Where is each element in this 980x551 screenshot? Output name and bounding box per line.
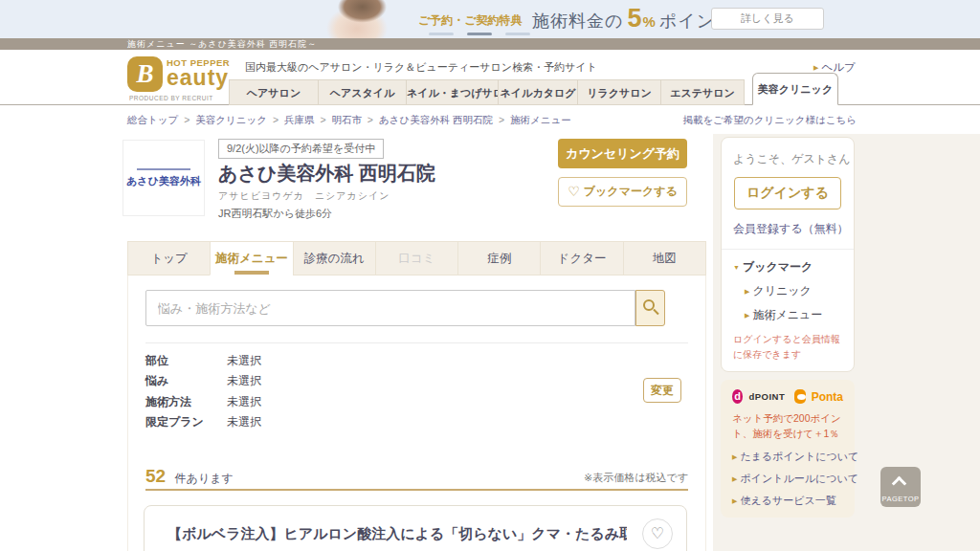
action-buttons: カウンセリング予約 ♡ブックマークする [558,139,687,207]
promo-percent-sign: % [642,13,655,30]
heart-icon: ♡ [651,525,664,541]
banner-detail-button[interactable]: 詳しく見る [711,8,824,30]
sidebar: ようこそ、ゲストさん ログインする 会員登録する（無料） ▼ブックマーク ▶クリ… [721,137,855,518]
nav-tab-nail-salon[interactable]: ネイル・まつげサロン [406,79,499,105]
clinic-page-tabs: トップ 施術メニュー 診療の流れ 口コミ 症例 ドクター 地図 [127,241,706,276]
filter-row-concern: 悩み 未選択 [145,373,261,389]
points-link-label: たまるポイントについて [740,451,858,462]
active-tab-marker [234,271,269,275]
promo-text-before: 施術料金の [532,10,623,33]
points-link-label: ポイントルールについて [740,473,858,484]
carousel-dot[interactable] [429,33,454,35]
breadcrumb-item-hyogo[interactable]: 兵庫県 [284,114,315,125]
nav-tab-hair-style[interactable]: ヘアスタイル [318,79,407,105]
points-link-rules[interactable]: ▶ポイントルールについて [732,472,843,486]
bookmark-item-label: 施術メニュー [752,308,822,321]
favorite-heart-button[interactable]: ♡ [642,518,673,549]
page-title-bar-text: 施術メニュー ～あさひ美容外科 西明石院～ [127,38,980,50]
carousel-dot[interactable] [505,33,530,35]
banner-model-image [304,0,410,38]
breadcrumb: 総合トップ > 美容クリニック > 兵庫県 > 明石市 > あさひ美容外科 西明… [127,114,571,127]
login-button[interactable]: ログインする [734,177,841,209]
bookmark-item-label: クリニック [752,284,811,298]
page-title-bar: 施術メニュー ～あさひ美容外科 西明石院～ [0,38,980,50]
dpoint-label: dPOINT [748,391,785,402]
filter-label: 部位 [145,353,224,369]
availability-badge: 9/2(火)以降の予約希望を受付中 [218,139,384,159]
counseling-reserve-button[interactable]: カウンセリング予約 [558,139,687,168]
clinic-logo-decoration [137,168,190,170]
clinic-name-kana: アサヒビヨウゲカ ニシアカシイン [218,189,390,203]
site-header: B HOT PEPPER eauty PRODUCED BY RECRUIT 国… [0,50,980,105]
treatment-menu-title: 【ボルベラ注入】ヒアルロン酸注入による「切らない」クマ・たるみ取り [167,525,627,543]
points-link-services[interactable]: ▶使えるサービス一覧 [732,494,843,508]
service-nav-tabs: ヘアサロン ヘアスタイル ネイル・まつげサロン ネイルカタログ リラクサロン エ… [230,73,838,105]
bookmark-item-clinic[interactable]: ▶クリニック [745,283,842,299]
arrow-right-icon: ▶ [745,288,749,295]
tab-doctor[interactable]: ドクター [540,241,623,276]
nav-tab-nail-catalog[interactable]: ネイルカタログ [498,79,578,105]
login-card: ようこそ、ゲストさん ログインする 会員登録する（無料） ▼ブックマーク ▶クリ… [721,137,855,372]
ponta-icon [794,389,805,404]
filter-change-button[interactable]: 変更 [643,378,681,403]
results-count-row: 52 件あります [145,466,234,487]
arrow-down-icon: ▼ [733,264,740,271]
arrow-right-icon: ▶ [732,497,737,504]
clinic-access-info: JR西明石駅から徒歩6分 [218,207,332,221]
clinic-logo-image: あさひ美容外科 [122,140,205,216]
tab-treatment-flow[interactable]: 診療の流れ [293,241,376,276]
points-link-label: 使えるサービス一覧 [740,495,835,506]
logo-produced-by: PRODUCED BY RECRUIT [129,95,213,101]
search-input[interactable] [145,290,635,326]
filter-label: 限定プラン [145,414,224,430]
breadcrumb-separator: > [273,114,278,125]
breadcrumb-row: 総合トップ > 美容クリニック > 兵庫県 > 明石市 > あさひ美容外科 西明… [0,105,980,134]
filter-value: 未選択 [227,374,261,387]
bookmark-item-menu[interactable]: ▶施術メニュー [745,307,842,323]
points-card: d dPOINT Ponta ネット予約で200ポイント、施術を受けて＋1％ ▶… [721,380,855,518]
bookmark-button-label: ブックマークする [584,185,678,198]
tab-top[interactable]: トップ [127,241,211,276]
points-link-earn[interactable]: ▶たまるポイントについて [732,450,843,464]
gold-divider [145,489,688,491]
page-top-button[interactable]: PAGETOP [880,467,921,507]
tab-cases[interactable]: 症例 [457,241,541,276]
breadcrumb-item-top[interactable]: 総合トップ [127,114,178,125]
nav-tab-hair-salon[interactable]: ヘアサロン [229,79,319,105]
arrow-right-icon: ▶ [745,312,749,319]
banner-carousel-dots[interactable] [429,33,530,35]
tab-treatment-menu-label: 施術メニュー [215,252,288,265]
arrow-right-icon: ▶ [732,475,737,482]
page: ご予約・ご契約特典 施術料金の 5 % ポイント還元 詳しく見る 施術メニュー … [0,0,980,551]
page-top-label: PAGETOP [880,495,921,503]
promo-banner[interactable]: ご予約・ご契約特典 施術料金の 5 % ポイント還元 詳しく見る [0,0,980,38]
carousel-dot-active[interactable] [467,33,492,35]
promo-percent-value: 5 [627,4,641,33]
nav-tab-beauty-clinic-active[interactable]: 美容クリニック [752,73,838,105]
breadcrumb-item-menu[interactable]: 施術メニュー [510,114,571,125]
tax-note: ※表示価格は税込です [584,471,688,485]
bookmark-button[interactable]: ♡ブックマークする [558,177,687,207]
treatment-menu-card[interactable]: 【ボルベラ注入】ヒアルロン酸注入による「切らない」クマ・たるみ取り ♡ [144,505,687,551]
nav-tab-relax-salon[interactable]: リラクサロン [577,79,661,105]
tab-treatment-menu-active[interactable]: 施術メニュー [210,241,293,276]
arrow-right-icon: ▶ [813,64,818,71]
hot-pepper-beauty-logo[interactable]: B HOT PEPPER eauty PRODUCED BY RECRUIT [127,56,237,102]
results-count-suffix: 件あります [175,472,234,485]
divider [145,342,688,343]
breadcrumb-item-clinic[interactable]: あさひ美容外科 西明石院 [379,114,493,125]
search-icon-handle [653,309,658,315]
register-link[interactable]: 会員登録する（無料） [733,221,842,237]
filter-row-method: 施術方法 未選択 [145,394,261,410]
breadcrumb-separator: > [184,114,189,125]
bookmark-title-label: ブックマーク [743,260,813,274]
nav-tab-esthe-salon[interactable]: エステサロン [660,79,745,105]
breadcrumb-item-beauty-clinic[interactable]: 美容クリニック [195,114,267,125]
search-button[interactable] [635,290,665,326]
clinic-listing-link[interactable]: 掲載をご希望のクリニック様はこちら [683,114,857,127]
logo-text: HOT PEPPER eauty [167,57,230,87]
tab-map[interactable]: 地図 [623,241,706,276]
arrow-right-icon: ▶ [732,453,737,460]
divider [722,249,854,250]
breadcrumb-item-akashi[interactable]: 明石市 [331,114,362,125]
